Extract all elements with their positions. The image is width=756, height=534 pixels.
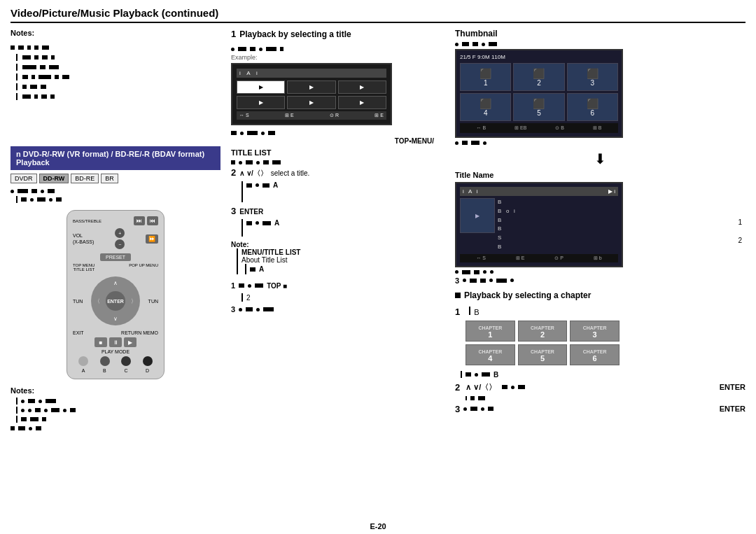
dot-rect	[246, 307, 253, 311]
tab-ddrw[interactable]: DD-RW	[39, 174, 69, 183]
bullet-dot	[231, 48, 234, 51]
bullet-dot	[455, 43, 458, 46]
notes-bottom: Notes:	[10, 386, 220, 430]
thumb-cell-1: ⬛ 1	[460, 63, 511, 91]
dot-rect	[22, 75, 28, 79]
top-menu-enter-label: TOP▪MENU/	[395, 137, 434, 145]
play-btn[interactable]: ▶	[124, 337, 136, 347]
bass-treble-label: BASS/TREBLE	[73, 219, 102, 223]
xbass-label: (X-BASS)	[73, 239, 94, 244]
bottom-step1: 1	[231, 281, 235, 290]
dot-rect	[21, 417, 27, 421]
vol-down-btn[interactable]: −	[115, 239, 125, 249]
vol-label: VOL	[73, 233, 83, 238]
chapter-step2: 2	[455, 382, 460, 393]
title-grid: ▶ ▶ ▶ ▶ ▶ ▶	[237, 80, 386, 109]
ff-btn[interactable]: ⏩	[146, 234, 158, 244]
playback-title-section: Playback by selecting a title	[239, 29, 351, 39]
dot-rect	[10, 45, 15, 50]
abcd-row	[73, 356, 158, 366]
num-1: 1	[738, 218, 742, 226]
about-title: About Title List	[241, 256, 444, 264]
bullet-dot	[259, 48, 262, 51]
bullet-dot	[30, 198, 34, 202]
bullet-dot	[44, 409, 48, 412]
dot-rect	[42, 417, 46, 421]
bullet-dot	[256, 161, 260, 164]
preset-btn-top[interactable]: PRESET	[100, 253, 131, 261]
bullet-dot	[41, 190, 44, 193]
step2-detail: select a title.	[271, 169, 310, 177]
dot-rect	[255, 283, 263, 288]
dot-rect	[268, 131, 275, 135]
tab-bdre[interactable]: BD-RE	[71, 174, 99, 183]
btn-c-label: C	[124, 368, 127, 373]
bullet-dot	[482, 43, 485, 46]
nav-left-btn[interactable]: 〈	[94, 297, 100, 305]
dot-rect	[22, 65, 36, 69]
btn-d-label: D	[146, 368, 149, 373]
dot-rect	[30, 85, 37, 89]
chapter-step1: 1	[455, 307, 460, 317]
dot-rect	[50, 94, 55, 99]
top-menu-btn[interactable]: TOP MENU TITLE LIST	[73, 263, 94, 272]
btn-d[interactable]	[143, 356, 153, 366]
nav-down-btn[interactable]: ∨	[113, 316, 118, 322]
step3-row: 3 ENTER	[231, 206, 444, 216]
chapter-section-title: Playback by selecting a chapter	[464, 290, 591, 300]
dot-rect	[272, 160, 281, 164]
bullet-dot	[463, 279, 466, 282]
btn-b[interactable]	[100, 356, 110, 366]
dot-rect	[266, 47, 276, 51]
thumb-ctrl-1: ↔ B	[476, 125, 486, 131]
dot-rect	[21, 197, 27, 202]
note-box: Note: MENU/TITLE LIST About Title List A	[231, 241, 444, 274]
dot-rect	[246, 221, 252, 225]
btn-c[interactable]	[121, 356, 131, 366]
bullet-dot	[239, 161, 242, 164]
bullet-dot	[261, 132, 265, 135]
skip-back-btn[interactable]: ⏮	[147, 216, 158, 225]
enter-btn[interactable]: ENTER	[106, 291, 125, 311]
step3-enter: ENTER	[239, 208, 263, 216]
dot-rect	[496, 279, 507, 283]
dot-rect	[40, 65, 46, 69]
exit-label: EXIT	[73, 330, 84, 335]
skip-forward-btn[interactable]: ⏭	[134, 216, 145, 225]
bullet-dot	[63, 409, 66, 412]
page-title: Video/Picture/Music Playback (continued)	[10, 7, 746, 23]
bullet-dot	[255, 221, 259, 225]
chapter-step1-detail: B	[474, 308, 479, 316]
tab-dvdr[interactable]: DVDR	[10, 174, 37, 183]
section-icon: n	[16, 150, 23, 158]
top-label: TOP ■	[267, 282, 287, 290]
dot-rect	[478, 396, 485, 400]
pause-btn[interactable]: ⏸	[109, 337, 122, 347]
notes-label-bottom: Notes:	[10, 386, 220, 395]
tab-br[interactable]: BR	[101, 174, 118, 183]
stop-btn[interactable]: ■	[94, 337, 107, 347]
title-info-line6: B	[498, 243, 618, 252]
thumbnail-title: Thumbnail	[455, 29, 746, 38]
notes-label-top: Notes:	[10, 29, 220, 37]
dot-rect	[462, 270, 470, 274]
nav-up-btn[interactable]: ∧	[113, 280, 118, 286]
step1-num: 1	[231, 29, 236, 39]
vol-up-btn[interactable]: +	[115, 228, 125, 238]
dot-rect	[34, 55, 38, 59]
nav-circle: ∧ ∨ 〈 〉 ENTER	[91, 276, 140, 325]
dot-rect	[18, 45, 24, 50]
step1b: 2	[246, 294, 251, 302]
title-info-line2: B o i	[498, 207, 618, 216]
chapter-cell-5: CHAPTER 5	[518, 344, 568, 365]
bullet-dot	[510, 279, 514, 282]
title-cell-5: ▶	[287, 96, 335, 109]
thumbnail-section: Thumbnail 21/5 F 9:0M 110M	[455, 29, 746, 145]
popup-menu-btn[interactable]: POP UP MENU	[129, 263, 158, 272]
chapter-cell-2: CHAPTER 2	[518, 321, 568, 342]
dot-rect	[471, 141, 479, 145]
dot-rect	[18, 189, 28, 193]
nav-right-btn[interactable]: 〉	[131, 297, 136, 305]
btn-a[interactable]	[78, 356, 88, 366]
chapter-b-label: B	[493, 371, 498, 379]
